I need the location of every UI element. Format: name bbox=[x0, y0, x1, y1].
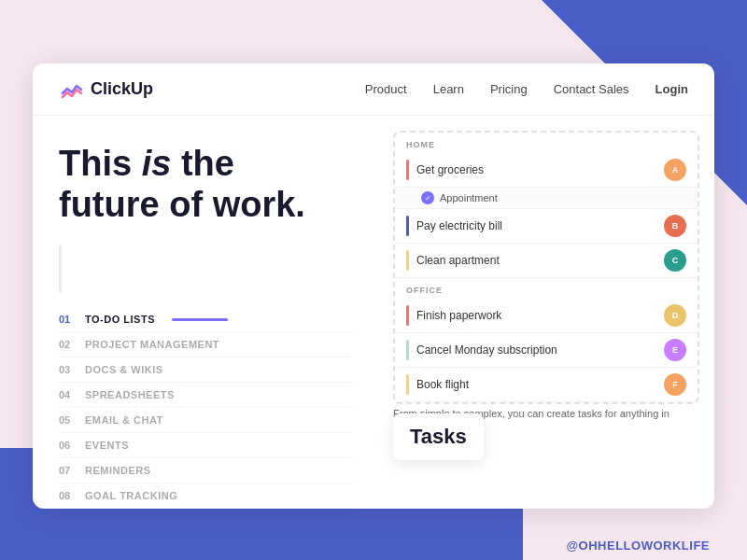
task-row-cancel[interactable]: Cancel Monday subscription E bbox=[395, 333, 698, 368]
content-area: This is thefuture of work. 01 TO-DO LIST… bbox=[33, 116, 714, 509]
right-panel: HOME Get groceries A ✓ Appointment bbox=[378, 116, 714, 509]
task-row-groceries[interactable]: Get groceries A bbox=[395, 153, 698, 188]
task-name-paperwork: Finish paperwork bbox=[416, 309, 656, 322]
task-color-cancel bbox=[406, 340, 409, 360]
feature-item-05[interactable]: 05 EMAIL & CHAT bbox=[59, 408, 352, 433]
social-handle: @OHHELLOWORKLIFE bbox=[566, 539, 710, 553]
feature-item-02[interactable]: 02 PROJECT MANAGEMENT bbox=[59, 332, 352, 357]
feature-num-05: 05 bbox=[59, 414, 76, 426]
left-panel: This is thefuture of work. 01 TO-DO LIST… bbox=[33, 116, 378, 509]
task-avatar-groceries: A bbox=[664, 159, 686, 181]
feature-num-02: 02 bbox=[59, 339, 76, 350]
nav-product[interactable]: Product bbox=[365, 82, 407, 96]
feature-num-03: 03 bbox=[59, 364, 76, 375]
task-avatar-cancel: E bbox=[664, 339, 686, 361]
subtask-check-icon: ✓ bbox=[421, 191, 434, 204]
task-area: HOME Get groceries A ✓ Appointment bbox=[393, 131, 699, 404]
feature-progress-01 bbox=[172, 318, 228, 321]
main-card: ClickUp Product Learn Pricing Contact Sa… bbox=[33, 63, 714, 509]
task-name-electricity: Pay electricity bill bbox=[416, 219, 656, 232]
task-color-flight bbox=[406, 374, 409, 395]
task-row-electricity[interactable]: Pay electricity bill B bbox=[395, 209, 698, 244]
task-row-paperwork[interactable]: Finish paperwork D bbox=[395, 299, 698, 333]
nav-login[interactable]: Login bbox=[655, 82, 688, 96]
tasks-label-card: Tasks bbox=[393, 413, 484, 460]
feature-label-03: DOCS & WIKIS bbox=[85, 364, 163, 375]
nav-contact-sales[interactable]: Contact Sales bbox=[554, 82, 629, 96]
feature-item-04[interactable]: 04 SPREADSHEETS bbox=[59, 383, 352, 408]
task-row-flight[interactable]: Book flight F bbox=[395, 368, 698, 402]
subtask-appointment[interactable]: ✓ Appointment bbox=[395, 188, 698, 209]
task-color-clean bbox=[406, 250, 409, 271]
feature-label-01: TO-DO LISTS bbox=[85, 314, 155, 325]
feature-label-06: EVENTS bbox=[85, 440, 129, 451]
nav-learn[interactable]: Learn bbox=[433, 82, 464, 96]
nav-pricing[interactable]: Pricing bbox=[490, 82, 528, 96]
feature-item-03[interactable]: 03 DOCS & WIKIS bbox=[59, 357, 352, 383]
subtask-name-appointment: Appointment bbox=[440, 192, 686, 203]
task-avatar-flight: F bbox=[664, 373, 686, 396]
feature-num-06: 06 bbox=[59, 440, 76, 451]
feature-item-06[interactable]: 06 EVENTS bbox=[59, 433, 352, 458]
nav-links: Product Learn Pricing Contact Sales Logi… bbox=[365, 82, 688, 96]
feature-item-07[interactable]: 07 REMINDERS bbox=[59, 458, 352, 483]
feature-item-01[interactable]: 01 TO-DO LISTS bbox=[59, 307, 352, 332]
task-name-cancel: Cancel Monday subscription bbox=[416, 343, 656, 357]
feature-label-07: REMINDERS bbox=[85, 465, 151, 476]
task-avatar-electricity: B bbox=[664, 215, 686, 237]
logo-text: ClickUp bbox=[91, 79, 153, 99]
feature-label-04: SPREADSHEETS bbox=[85, 389, 175, 400]
section-office: OFFICE bbox=[395, 278, 698, 299]
feature-num-04: 04 bbox=[59, 389, 76, 400]
logo-icon bbox=[59, 77, 85, 103]
hero-headline: This is thefuture of work. bbox=[59, 144, 352, 225]
task-name-flight: Book flight bbox=[416, 378, 656, 391]
feature-list: 01 TO-DO LISTS 02 PROJECT MANAGEMENT 03 … bbox=[59, 307, 352, 509]
task-color-groceries bbox=[406, 160, 409, 180]
task-color-paperwork bbox=[406, 305, 409, 326]
task-avatar-paperwork: D bbox=[664, 304, 686, 327]
divider bbox=[59, 245, 62, 292]
feature-label-08: GOAL TRACKING bbox=[85, 490, 177, 501]
task-name-groceries: Get groceries bbox=[416, 163, 656, 176]
task-row-clean[interactable]: Clean apartment C bbox=[395, 244, 698, 278]
tasks-label-title: Tasks bbox=[410, 425, 467, 449]
task-name-clean: Clean apartment bbox=[416, 254, 656, 267]
logo[interactable]: ClickUp bbox=[59, 77, 153, 103]
task-color-electricity bbox=[406, 216, 409, 236]
feature-num-01: 01 bbox=[59, 314, 76, 325]
task-avatar-clean: C bbox=[664, 249, 686, 272]
feature-num-07: 07 bbox=[59, 465, 76, 476]
feature-num-08: 08 bbox=[59, 490, 76, 501]
feature-label-05: EMAIL & CHAT bbox=[85, 414, 163, 426]
feature-item-08[interactable]: 08 GOAL TRACKING bbox=[59, 483, 352, 509]
navbar: ClickUp Product Learn Pricing Contact Sa… bbox=[33, 63, 714, 116]
section-home: HOME bbox=[395, 133, 698, 153]
feature-label-02: PROJECT MANAGEMENT bbox=[85, 339, 219, 350]
